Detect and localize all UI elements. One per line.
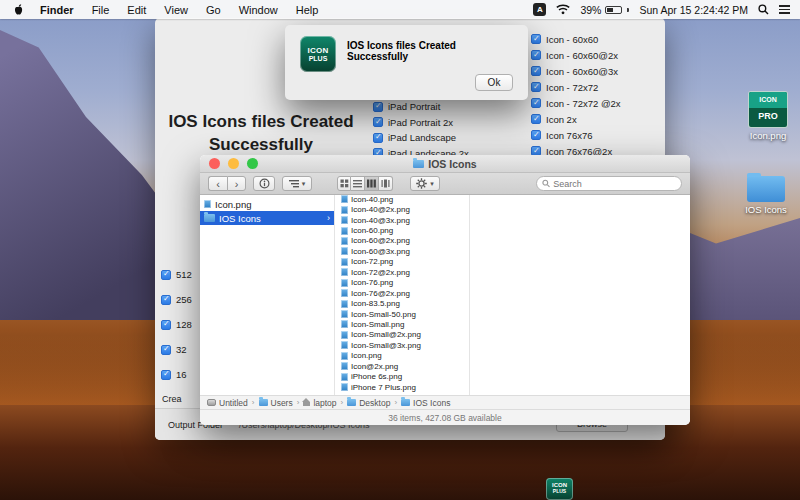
checkbox-label: Icon - 72x72 @2x xyxy=(546,98,621,109)
file-row[interactable]: Icon-60.png xyxy=(335,225,469,235)
file-row[interactable]: Icon-40@2x.png xyxy=(335,204,469,214)
list-view-button[interactable] xyxy=(351,176,365,191)
file-row[interactable]: Icon-76.png xyxy=(335,278,469,288)
forward-button[interactable]: › xyxy=(227,176,246,191)
checkbox-row[interactable]: iPad Portrait xyxy=(373,99,469,115)
list-item-selected[interactable]: IOS Icons › xyxy=(200,211,334,225)
desktop-icon-ios-icons-folder[interactable]: IOS Icons xyxy=(738,172,794,215)
checkbox-row[interactable]: 256 xyxy=(161,287,192,312)
path-item-current-folder[interactable]: IOS Icons xyxy=(401,398,450,408)
menu-item[interactable]: View xyxy=(155,4,197,16)
checkbox-checked[interactable] xyxy=(161,345,171,355)
checkbox-checked[interactable] xyxy=(531,50,541,60)
checkbox-checked[interactable] xyxy=(161,320,171,330)
path-item-disk[interactable]: Untitled xyxy=(207,398,248,408)
file-row[interactable]: Icon-60@2x.png xyxy=(335,236,469,246)
menu-bar-clock[interactable]: Sun Apr 15 2:24:42 PM xyxy=(639,4,748,16)
file-row[interactable]: Icon-Small@2x.png xyxy=(335,330,469,340)
folder-icon xyxy=(747,176,785,202)
file-row[interactable]: iPhone 7 Plus.png xyxy=(335,382,469,392)
desktop-icon-label: Icon.png xyxy=(740,130,796,141)
back-button[interactable]: ‹ xyxy=(208,176,227,191)
column-view-button[interactable] xyxy=(365,176,379,191)
checkbox-row[interactable]: Icon - 60x60@3x xyxy=(531,63,621,79)
path-item-home[interactable]: laptop xyxy=(303,398,336,408)
battery-indicator[interactable]: 39% xyxy=(580,4,629,16)
checkbox-row[interactable]: 16 xyxy=(161,362,192,387)
file-row[interactable]: Icon-72@2x.png xyxy=(335,267,469,277)
app-menu-finder[interactable]: Finder xyxy=(31,4,83,16)
image-file-icon xyxy=(204,200,211,208)
coverflow-view-button[interactable] xyxy=(379,176,393,191)
info-button[interactable] xyxy=(253,176,275,191)
checkbox-checked[interactable] xyxy=(531,66,541,76)
checkbox-row[interactable]: Icon - 60x60@2x xyxy=(531,47,621,63)
checkbox-row[interactable]: Icon 76x76 xyxy=(531,127,621,143)
path-item-users[interactable]: Users xyxy=(259,398,293,408)
checkbox-checked[interactable] xyxy=(373,117,383,127)
checkbox-row[interactable]: 32 xyxy=(161,337,192,362)
checkbox-row[interactable]: Icon - 72x72 xyxy=(531,79,621,95)
file-row[interactable]: Icon-Small@3x.png xyxy=(335,340,469,350)
file-row[interactable]: Icon-76@2x.png xyxy=(335,288,469,298)
menu-item[interactable]: Help xyxy=(287,4,328,16)
spotlight-icon[interactable] xyxy=(758,4,769,15)
arrange-button[interactable]: ▾ xyxy=(282,176,312,191)
checkbox-row[interactable]: Icon - 72x72 @2x xyxy=(531,95,621,111)
icon-view-button[interactable] xyxy=(337,176,351,191)
checkbox-row[interactable]: Icon - 60x60 xyxy=(531,31,621,47)
search-input[interactable] xyxy=(553,179,676,189)
zoom-button[interactable] xyxy=(247,158,258,169)
file-row[interactable]: Icon@2x.png xyxy=(335,361,469,371)
file-row[interactable]: iPhone 6s.png xyxy=(335,371,469,381)
menu-item[interactable]: Window xyxy=(230,4,287,16)
menu-item[interactable]: File xyxy=(83,4,119,16)
checkbox-row[interactable]: 128 xyxy=(161,312,192,337)
checkbox-row[interactable]: 512 xyxy=(161,262,192,287)
path-item-desktop[interactable]: Desktop xyxy=(347,398,390,408)
image-file-icon xyxy=(341,268,348,276)
list-item[interactable]: Icon.png xyxy=(200,197,334,211)
close-button[interactable] xyxy=(209,158,220,169)
file-row[interactable]: Icon-72.png xyxy=(335,257,469,267)
checkbox-checked[interactable] xyxy=(531,130,541,140)
file-row[interactable]: Icon-83.5.png xyxy=(335,298,469,308)
checkbox-checked[interactable] xyxy=(531,98,541,108)
file-row[interactable]: Icon-60@3x.png xyxy=(335,246,469,256)
file-name: Icon-72@2x.png xyxy=(351,268,410,277)
file-name: Icon-60@3x.png xyxy=(351,247,410,256)
checkbox-checked[interactable] xyxy=(531,114,541,124)
checkbox-checked[interactable] xyxy=(373,102,383,112)
search-field[interactable] xyxy=(536,176,682,191)
checkbox-row[interactable]: iPad Landscape xyxy=(373,130,469,146)
file-row[interactable]: Icon-40@3x.png xyxy=(335,215,469,225)
file-row[interactable]: Icon.png xyxy=(335,351,469,361)
file-row[interactable]: Icon-40.png xyxy=(335,195,469,204)
checkbox-checked[interactable] xyxy=(161,370,171,380)
checkbox-row[interactable]: iPad Portrait 2x xyxy=(373,115,469,131)
menu-item[interactable]: Go xyxy=(197,4,230,16)
notification-center-icon[interactable] xyxy=(779,5,790,14)
input-source-icon[interactable]: A xyxy=(533,3,546,16)
finder-titlebar[interactable]: IOS Icons xyxy=(200,155,690,173)
dock-app-icon[interactable]: ICON PLUS xyxy=(546,478,573,500)
checkbox-checked[interactable] xyxy=(531,34,541,44)
file-row[interactable]: Icon-Small.png xyxy=(335,319,469,329)
checkbox-checked[interactable] xyxy=(161,295,171,305)
desktop-icon-icon-png[interactable]: ICON PRO Icon.png xyxy=(740,91,796,141)
checkbox-checked[interactable] xyxy=(161,270,171,280)
image-file-icon xyxy=(341,195,348,203)
file-row[interactable]: Icon-Small-50.png xyxy=(335,309,469,319)
apple-menu[interactable] xyxy=(0,3,31,16)
ok-button[interactable]: Ok xyxy=(475,74,513,91)
menu-item[interactable]: Edit xyxy=(118,4,155,16)
minimize-button[interactable] xyxy=(228,158,239,169)
checkbox-checked[interactable] xyxy=(373,133,383,143)
action-button[interactable]: ▾ xyxy=(410,176,440,191)
checkbox-row[interactable]: Icon 2x xyxy=(531,111,621,127)
file-name: Icon-Small.png xyxy=(351,320,404,329)
list-view-icon xyxy=(353,179,362,188)
wifi-icon[interactable] xyxy=(556,4,570,15)
checkbox-checked[interactable] xyxy=(531,82,541,92)
checkbox-label: Icon - 60x60 xyxy=(546,34,598,45)
